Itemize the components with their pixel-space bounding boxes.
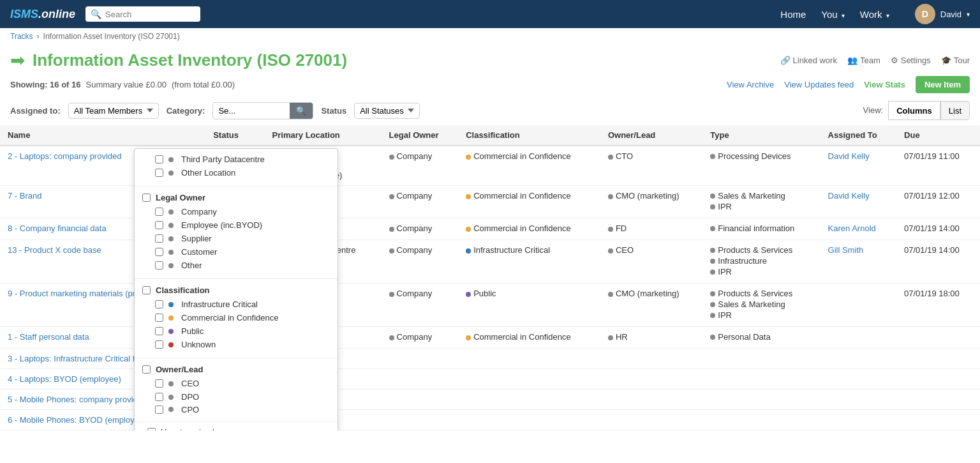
checkbox-ceo[interactable] xyxy=(155,379,163,388)
checkbox-cpo[interactable] xyxy=(155,406,163,414)
dot-commercial xyxy=(168,315,174,321)
row-classification xyxy=(458,369,600,390)
search-box[interactable]: 🔍 xyxy=(85,6,200,22)
row-name-link[interactable]: 4 - Laptops: BYOD (employee) xyxy=(8,374,121,384)
checkbox-unknown[interactable] xyxy=(155,340,163,349)
type-dot xyxy=(710,313,715,318)
checkbox-other-location[interactable] xyxy=(155,169,163,177)
dropdown-item-other[interactable]: Other xyxy=(142,259,330,272)
checkbox-company[interactable] xyxy=(155,208,163,216)
row-name-link[interactable]: 1 - Staff personal data xyxy=(8,332,89,342)
row-name-link[interactable]: 5 - Mobile Phones: company provided xyxy=(8,395,147,404)
row-classification: Commercial in Confidence xyxy=(458,146,600,186)
dropdown-item-other-location[interactable]: Other Location xyxy=(142,166,330,179)
row-classification: Commercial in Confidence xyxy=(458,327,600,349)
checkbox-other[interactable] xyxy=(155,261,163,269)
dropdown-item-infra-critical[interactable]: Infrastructure Critical xyxy=(142,298,330,311)
row-due xyxy=(896,390,980,410)
nav-you[interactable]: You ▾ xyxy=(821,9,844,20)
view-archive-link[interactable]: View Archive xyxy=(727,80,774,89)
row-assigned-to: Karen Arnold xyxy=(820,218,896,240)
row-due xyxy=(896,369,980,390)
row-owner-lead xyxy=(600,410,702,430)
dropdown-item-commercial[interactable]: Commercial in Confidence xyxy=(142,311,330,324)
type-dot xyxy=(710,335,715,340)
row-name-link[interactable]: 6 - Mobile Phones: BYOD (employee) xyxy=(8,415,146,425)
search-input[interactable] xyxy=(105,10,195,19)
row-classification: Commercial in Confidence xyxy=(458,218,600,240)
nav-home[interactable]: Home xyxy=(780,9,806,20)
table-header-row: Name Status Primary Location Legal Owner… xyxy=(0,125,980,146)
from-total: (from total £0.00) xyxy=(172,80,235,89)
row-name-link[interactable]: 2 - Laptops: company provided xyxy=(8,151,122,161)
checkbox-owner-lead-all[interactable] xyxy=(142,365,151,374)
dropdown-item-company[interactable]: Company xyxy=(142,205,330,218)
row-classification xyxy=(458,410,600,430)
dropdown-item-employee[interactable]: Employee (inc.BYOD) xyxy=(142,218,330,232)
assigned-to-link[interactable]: Karen Arnold xyxy=(828,224,876,233)
col-name: Name xyxy=(0,125,205,146)
dropdown-item-customer[interactable]: Customer xyxy=(142,245,330,259)
tour-icon: 🎓 xyxy=(941,56,951,65)
checkbox-third-party[interactable] xyxy=(155,155,163,163)
row-due: 07/01/19 14:00 xyxy=(896,218,980,240)
settings-link[interactable]: ⚙ Settings xyxy=(891,56,931,65)
checkbox-classification-all[interactable] xyxy=(142,286,151,294)
assigned-to-link[interactable]: Gill Smith xyxy=(828,245,864,255)
checkbox-dpo[interactable] xyxy=(155,393,163,401)
category-search-button[interactable]: 🔍 xyxy=(290,103,313,119)
category-search-input[interactable] xyxy=(213,103,290,118)
legal-owner-dot xyxy=(389,155,394,160)
dropdown-item-ceo[interactable]: CEO xyxy=(142,377,330,390)
row-owner-lead: CEO xyxy=(600,240,702,284)
assigned-to-link[interactable]: David Kelly xyxy=(828,151,870,161)
assigned-to-link[interactable]: David Kelly xyxy=(828,191,870,201)
owner-lead-dot xyxy=(608,335,613,340)
view-list-button[interactable]: List xyxy=(940,101,970,120)
breadcrumb-tracks[interactable]: Tracks xyxy=(10,32,33,41)
col-owner-lead: Owner/Lead xyxy=(600,125,702,146)
checkbox-customer[interactable] xyxy=(155,248,163,256)
dropdown-item-third-party[interactable]: Third Party Datacentre xyxy=(142,153,330,166)
dropdown-item-unknown[interactable]: Unknown xyxy=(142,338,330,351)
row-name-link[interactable]: 8 - Company financial data xyxy=(8,224,107,233)
view-stats-link[interactable]: View Stats xyxy=(864,80,905,89)
linked-work-link[interactable]: 🔗 Linked work xyxy=(780,56,837,65)
checkbox-employee[interactable] xyxy=(155,221,163,229)
tour-link[interactable]: 🎓 Tour xyxy=(941,56,970,65)
legal-owner-dot xyxy=(389,335,394,340)
user-menu[interactable]: D David ▾ xyxy=(915,4,970,24)
view-updates-link[interactable]: View Updates feed xyxy=(784,80,854,89)
checkbox-supplier[interactable] xyxy=(155,234,163,243)
type-dot xyxy=(710,302,715,307)
dropdown-header-owner-lead: Owner/Lead xyxy=(142,365,330,374)
team-link[interactable]: 👥 Team xyxy=(847,56,880,65)
row-classification: Commercial in Confidence xyxy=(458,186,600,218)
type-dot xyxy=(710,291,715,296)
page-header: ➡ Information Asset Inventory (ISO 27001… xyxy=(0,45,980,73)
checkbox-legal-owner-all[interactable] xyxy=(142,194,151,202)
nav-work[interactable]: Work ▾ xyxy=(860,9,889,20)
row-name-link[interactable]: 7 - Brand xyxy=(8,191,41,201)
row-legal-owner xyxy=(382,410,459,430)
dropdown-item-cpo[interactable]: CPO xyxy=(142,404,330,415)
dropdown-item-dpo[interactable]: DPO xyxy=(142,390,330,404)
checkbox-public[interactable] xyxy=(155,327,163,335)
checkbox-uncategorised[interactable] xyxy=(147,428,156,430)
dot-supplier xyxy=(168,236,174,241)
assigned-select[interactable]: All Team Members xyxy=(68,103,159,119)
row-legal-owner xyxy=(382,390,459,410)
uncategorised-row[interactable]: Uncategorised xyxy=(135,425,338,430)
new-item-button[interactable]: New Item xyxy=(916,76,970,93)
status-select[interactable]: All Statuses xyxy=(354,103,420,119)
dropdown-item-supplier[interactable]: Supplier xyxy=(142,232,330,245)
owner-lead-dot xyxy=(608,194,613,199)
classification-dot xyxy=(466,194,471,199)
dropdown-item-public[interactable]: Public xyxy=(142,324,330,338)
checkbox-commercial[interactable] xyxy=(155,314,163,322)
view-columns-button[interactable]: Columns xyxy=(888,101,940,120)
category-dropdown: Third Party Datacentre Other Location Le… xyxy=(134,148,338,430)
checkbox-infra-critical[interactable] xyxy=(155,300,163,308)
row-name-link[interactable]: 13 - Product X code base xyxy=(8,245,101,255)
user-chevron: ▾ xyxy=(967,11,970,18)
